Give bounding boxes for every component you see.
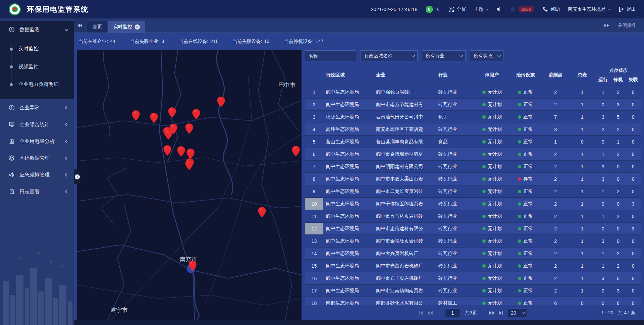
cell-region: 南部生态环境局 xyxy=(323,300,373,305)
cell-industry: 砖瓦行业 xyxy=(437,201,475,207)
tab-0[interactable]: 首页 xyxy=(87,21,107,33)
page-size-select[interactable]: 20 xyxy=(508,309,527,317)
green-dot-icon xyxy=(518,289,521,292)
table-row-4[interactable]: 4高坪生态环境局南充市高坪区王家店建砖瓦行业无计划正常31220 xyxy=(305,123,641,136)
map-pin-16[interactable] xyxy=(189,261,197,271)
exit-button[interactable]: 退出 xyxy=(619,6,636,12)
map-pin-11[interactable] xyxy=(186,149,195,159)
sidebar-subitem-0[interactable]: 实时监控 xyxy=(0,40,74,58)
table-row-2[interactable]: 2阆中生态环境局阆中市南方节能建材有砖瓦行业无计划正常21030 xyxy=(305,99,641,111)
region-filter-select[interactable]: 行政区域名称 xyxy=(361,50,418,61)
notifications[interactable]: 2632 xyxy=(510,6,534,12)
sidebar-item-5[interactable]: 应急减排管理 xyxy=(0,166,74,183)
column-header-1: 企业 xyxy=(373,72,437,78)
cell-facility-status: 异常 xyxy=(509,176,542,182)
table-row-8[interactable]: 8阆中生态环境局阆中市枣碧大梁山页岩砖瓦行业无计划异常21300 xyxy=(305,173,641,185)
close-operations-dropdown[interactable]: 关闭操作 xyxy=(618,22,637,29)
map-city-label: 遂宁市 xyxy=(111,306,128,314)
cell-region: 阆中生态环境局 xyxy=(323,164,373,170)
green-dot-icon xyxy=(482,165,486,168)
sidebar-subitem-1[interactable]: 视频监控 xyxy=(0,58,74,75)
next-page-button[interactable] xyxy=(489,311,495,315)
map-pin-4[interactable] xyxy=(217,97,225,107)
tabs-scroll-right-button[interactable] xyxy=(604,24,609,27)
table-row-17[interactable]: 17阆中生态环境局阆中市江南镇阆南页岩砖瓦行业无计划正常21030 xyxy=(305,285,641,297)
table-row-11[interactable]: 11阆中生态环境局阆中市五马桥页岩机砖砖瓦行业无计划正常21120 xyxy=(305,210,641,223)
page-number-input[interactable] xyxy=(445,309,460,317)
table-row-16[interactable]: 16阆中生态环境局阆中市石子页岩机砖厂砖瓦行业无计划正常21300 xyxy=(305,272,641,285)
prev-page-button[interactable] xyxy=(427,311,432,315)
cell-facility-status: 正常 xyxy=(509,275,542,281)
stat-value: 44 xyxy=(110,39,115,45)
map-pin-8[interactable] xyxy=(185,123,193,134)
table-row-13[interactable]: 13阆中生态环境局阆中市金福旺页岩机砖砖瓦行业无计划正常21300 xyxy=(305,235,641,248)
green-dot-icon xyxy=(482,103,486,106)
map[interactable]: 巴中市南充市遂宁市 xyxy=(77,50,302,320)
table-row-9[interactable]: 9阆中生态环境局阆中市二龙长宝页岩砖砖瓦行业无计划正常21120 xyxy=(305,185,641,198)
name-filter-input[interactable] xyxy=(309,53,353,59)
table-row-5[interactable]: 5营山生态环境局营山县润丰肉食品有限食品无计划正常10010 xyxy=(305,136,641,148)
table-row-10[interactable]: 10阆中生态环境局阆中千佛镇五郎垭页岩砖瓦行业无计划正常21003 xyxy=(305,198,641,210)
theme-dropdown[interactable]: 主题▼ xyxy=(474,6,488,12)
column-header-0: 行政区域 xyxy=(323,72,373,78)
table-row-15[interactable]: 15阆中生态环境局阆中市光富页岩机砖厂砖瓦行业无计划正常21120 xyxy=(305,260,641,272)
map-pin-13[interactable] xyxy=(185,160,193,170)
green-dot-icon xyxy=(482,91,486,94)
cell-lost: 0 xyxy=(626,288,641,293)
map-pin-9[interactable] xyxy=(163,145,171,156)
map-pin-1[interactable] xyxy=(150,113,158,123)
sidebar-item-3[interactable]: 企业用电量分析 xyxy=(0,133,74,150)
table-row-7[interactable]: 7阆中生态环境局阆中明阳建材有限公司砖瓦行业无计划正常21300 xyxy=(305,161,641,173)
row-index: 15 xyxy=(305,260,323,272)
tabs-scroll-left-button[interactable] xyxy=(74,18,86,33)
org-dropdown[interactable]: 南充市生态环境局▼ xyxy=(568,6,610,12)
green-dot-icon xyxy=(482,128,486,131)
help-button[interactable]: 帮助 xyxy=(542,6,560,12)
fullscreen-button[interactable]: 全屏 xyxy=(448,6,466,12)
industry-filter-select[interactable]: 所有行业 xyxy=(422,50,466,61)
chevron-left-icon xyxy=(65,123,68,126)
sidebar-subitem-2[interactable]: 企业电力负荷明细 xyxy=(0,75,74,93)
cell-points: 1 xyxy=(542,139,569,145)
cell-meters: 1 xyxy=(569,288,596,293)
map-pin-0[interactable] xyxy=(132,110,140,121)
sidebar-collapse-handle[interactable]: ‹ xyxy=(74,169,80,184)
cell-lost: 0 xyxy=(626,127,641,132)
table-row-1[interactable]: 1阆中生态环境局阆中强锐页岩砖厂砖瓦行业无计划正常21120 xyxy=(305,86,641,99)
datetime: 2021-02-25 17:46:18 xyxy=(371,6,417,12)
tab-close-icon[interactable]: ✕ xyxy=(135,24,140,30)
sidebar-item-6[interactable]: 日志查看 xyxy=(0,183,74,200)
map-pin-15[interactable] xyxy=(258,207,266,217)
table-row-3[interactable]: 3仪陇生态环境局西南油气田分公司川中化工无计划正常71350 xyxy=(305,111,641,123)
cell-limit-status: 无计划 xyxy=(475,176,509,182)
table-row-12[interactable]: 12阆中生态环境局阆中市忠信建材有限公砖瓦行业无计划正常21003 xyxy=(305,223,641,235)
table-row-6[interactable]: 6阆中生态环境局阆中市金博瑞新型墙材砖瓦行业无计划正常21120 xyxy=(305,148,641,161)
table-row-14[interactable]: 14阆中生态环境局阆中大兴页岩机砖厂砖瓦行业无计划正常21120 xyxy=(305,248,641,260)
cell-limit-status: 无计划 xyxy=(475,89,509,95)
first-page-button[interactable] xyxy=(419,311,422,315)
sidebar-item-4[interactable]: 基础数据管理 xyxy=(0,150,74,166)
map-pin-10[interactable] xyxy=(177,146,185,157)
sidebar-subitem-label: 企业电力负荷明细 xyxy=(18,81,59,88)
map-pin-14[interactable] xyxy=(292,146,300,156)
stat-label: 当前在线设备: xyxy=(179,39,208,45)
status-filter-select[interactable]: 所有状态 xyxy=(470,50,503,61)
speaker-icon[interactable] xyxy=(496,6,502,12)
row-index: 17 xyxy=(305,285,323,296)
monitor-panel: 行政区域名称 所有行业 所有状态 点位状态 行政区域企业行业停限产治污设施监测点… xyxy=(305,50,641,320)
map-pin-3[interactable] xyxy=(192,109,200,119)
cell-industry: 砖瓦行业 xyxy=(437,176,475,182)
row-index: 7 xyxy=(305,161,323,172)
stat-item-0: 当前在线企业:44 xyxy=(78,39,115,45)
cell-lost: 0 xyxy=(626,164,641,169)
sidebar-item-2[interactable]: 企业综合统计 xyxy=(0,116,74,133)
sidebar-item-0[interactable]: 数据监测 xyxy=(0,21,74,38)
cell-run: 1 xyxy=(596,189,611,194)
table-row-18[interactable]: 18南部生态环境局南部县砂化水泥有限公建材加工无计划正常60060 xyxy=(305,297,641,305)
last-page-button[interactable] xyxy=(499,311,503,315)
tab-1[interactable]: 实时监控✕ xyxy=(108,21,145,33)
map-pin-2[interactable] xyxy=(168,107,176,118)
map-pin-7[interactable] xyxy=(164,129,172,140)
sidebar-item-1[interactable]: 企业异常 xyxy=(0,99,74,116)
cell-industry: 建材加工 xyxy=(437,300,475,305)
